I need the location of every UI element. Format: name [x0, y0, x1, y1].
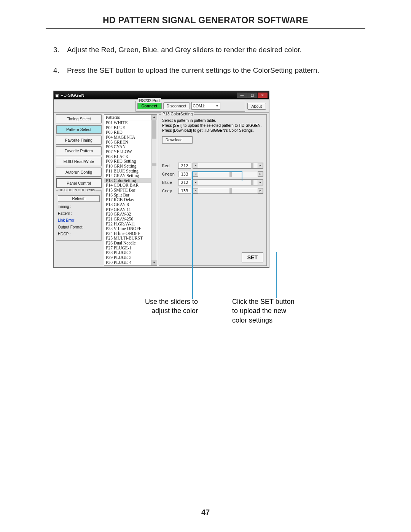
instruction-list: 3. Adjust the Red, Green, Blue, and Grey… [53, 45, 365, 75]
autorun-config-button[interactable]: Autorun Config [56, 168, 102, 177]
patterns-list[interactable]: Patterns P01 WHITEP02 BLUEP03 REDP04 MAG… [104, 114, 157, 266]
pattern-item[interactable]: P09 RED Setting [104, 159, 157, 164]
instruction-item: 4. Press the SET button to upload the cu… [53, 65, 365, 76]
pattern-item[interactable]: P26 Dual Needle [104, 241, 157, 246]
blue-slider[interactable]: ◂▸ [193, 179, 263, 185]
favorite-pattern-button[interactable]: Favorite Pattern [56, 146, 102, 155]
refresh-button[interactable]: Refresh [58, 195, 100, 202]
favorite-timing-button[interactable]: Favorite Timing [56, 136, 102, 145]
status-output-format: Output Format : [58, 225, 100, 229]
red-slider-row: Red212◂▸ [162, 163, 263, 169]
pattern-item[interactable]: P16 Split Bar [104, 193, 157, 198]
pattern-item[interactable]: P21 GRAY-256 [104, 217, 157, 222]
pattern-item[interactable]: P23 V Line ONOFF [104, 226, 157, 231]
pattern-item[interactable]: P02 BLUE [104, 125, 157, 130]
scroll-up-icon[interactable]: ▲ [151, 115, 157, 120]
callout-line [192, 171, 242, 172]
page-number: 47 [0, 508, 411, 517]
status-timing: Timing : [58, 204, 100, 209]
scroll-thumb[interactable] [152, 120, 156, 139]
scroll-down-icon[interactable]: ▼ [151, 260, 157, 265]
pattern-item[interactable]: P20 GRAY-32 [104, 212, 157, 217]
slider-thumb[interactable] [229, 171, 232, 177]
pattern-item[interactable]: P01 WHITE [104, 120, 157, 125]
status-group: HD-SIGGEN OUT Status Refresh Timing : Pa… [56, 190, 102, 241]
pattern-item[interactable]: P27 PLUGE-1 [104, 246, 157, 251]
app-window: ▣ HD-SIGGEN — ▢ ✕ RS232 Port Connect Dis… [53, 91, 269, 268]
instruction-number: 3. [53, 45, 67, 55]
maximize-button[interactable]: ▢ [247, 93, 257, 98]
app-icon: ▣ [55, 93, 59, 98]
hint-text: Press [SET] to upload the selected patte… [162, 123, 263, 128]
red-value: 212 [178, 163, 191, 169]
connect-button[interactable]: Connect [137, 102, 162, 109]
scroll-mark [152, 163, 156, 166]
slider-right-arrow-icon[interactable]: ▸ [258, 180, 263, 185]
green-value: 133 [178, 171, 191, 177]
red-slider[interactable]: ◂▸ [193, 163, 263, 169]
pattern-item[interactable]: P31 PLUGE-5 [104, 265, 157, 266]
pattern-item[interactable]: P05 GREEN [104, 140, 157, 145]
instruction-text: Press the SET button to upload the curre… [67, 65, 319, 76]
close-button[interactable]: ✕ [257, 93, 268, 98]
pattern-item[interactable]: P03 RED [104, 130, 157, 135]
com-port-select[interactable]: COM1: ▼ [191, 102, 220, 110]
scrollbar[interactable]: ▲ ▼ [151, 115, 157, 265]
callout-line [192, 171, 193, 299]
instruction-text: Adjust the Red, Green, Blue, and Grey sl… [67, 45, 302, 55]
pattern-item[interactable]: P08 BLACK [104, 154, 157, 159]
pattern-item[interactable]: P04 MAGENTA [104, 135, 157, 140]
pattern-item[interactable]: P30 PLUGE-4 [104, 260, 157, 265]
slider-left-arrow-icon[interactable]: ◂ [193, 188, 198, 193]
pattern-item[interactable]: P18 GRAY-8 [104, 202, 157, 207]
slider-thumb[interactable] [251, 163, 253, 168]
pattern-item[interactable]: P19 GRAY-11 [104, 207, 157, 212]
hint-text: Press [Download] to get HD-SIGGEN's Colo… [162, 128, 263, 133]
instruction-number: 4. [53, 65, 67, 76]
page-title: HD PATTERN SIGNAL GENERATOR SOFTWARE [46, 15, 365, 29]
pattern-item[interactable]: P11 BLUE Setting [104, 169, 157, 174]
slider-thumb[interactable] [229, 188, 232, 193]
rs232-group: RS232 Port Connect Disconnect COM1: ▼ [135, 101, 245, 112]
pattern-item[interactable]: P14 COLOR BAR [104, 183, 157, 188]
hint-text: Select a pattern in pattern table. [162, 118, 263, 123]
chevron-down-icon: ▼ [216, 104, 219, 108]
slider-right-arrow-icon[interactable]: ▸ [258, 188, 263, 193]
pattern-item[interactable]: P22 H.GRAY-11 [104, 222, 157, 227]
disconnect-button[interactable]: Disconnect [163, 102, 190, 109]
slider-left-arrow-icon[interactable]: ◂ [193, 163, 198, 168]
rs232-legend: RS232 Port [138, 98, 161, 103]
callout-sliders: Use the sliders to adjust the color [122, 297, 198, 316]
about-button[interactable]: About [247, 103, 266, 110]
pattern-item[interactable]: P28 PLUGE-2 [104, 250, 157, 255]
grey-slider[interactable]: ◂▸ [193, 188, 263, 194]
edid-button[interactable]: EDID Read/Write [56, 157, 102, 166]
set-button[interactable]: SET [242, 252, 263, 262]
slider-right-arrow-icon[interactable]: ▸ [258, 171, 263, 177]
slider-right-arrow-icon[interactable]: ▸ [258, 163, 263, 168]
red-label: Red [162, 163, 177, 168]
pattern-item[interactable]: P17 RGB Delay [104, 197, 157, 202]
minimize-button[interactable]: — [237, 93, 247, 98]
app-title: HD-SIGGEN [61, 93, 84, 97]
grey-value: 133 [178, 188, 191, 194]
pattern-item[interactable]: P24 H line ONOFF [104, 231, 157, 236]
instruction-item: 3. Adjust the Red, Green, Blue, and Grey… [53, 45, 365, 55]
slider-left-arrow-icon[interactable]: ◂ [193, 171, 198, 177]
pattern-item[interactable]: P06 CYAN [104, 144, 157, 149]
pattern-select-button[interactable]: Pattern Select [56, 125, 102, 134]
download-button[interactable]: Download [162, 136, 193, 144]
pattern-item[interactable]: P10 GRN Setting [104, 164, 157, 169]
pattern-item[interactable]: P29 PLUGE-3 [104, 255, 157, 260]
grey-label: Grey [162, 189, 177, 193]
timing-select-button[interactable]: Timing Select [56, 114, 102, 123]
panel-control-button[interactable]: Panel Control [56, 178, 102, 188]
slider-left-arrow-icon[interactable]: ◂ [193, 180, 198, 185]
pattern-item[interactable]: P07 YELLOW [104, 149, 157, 154]
pattern-item[interactable]: P13 ColorSetting [104, 178, 157, 183]
pattern-item[interactable]: P25 MULTI-BURST [104, 236, 157, 241]
pattern-item[interactable]: P15 SMPTE Bar [104, 188, 157, 193]
slider-thumb[interactable] [251, 180, 253, 185]
callout-line [276, 252, 277, 298]
pattern-item[interactable]: P12 GRAY Setting [104, 173, 157, 178]
